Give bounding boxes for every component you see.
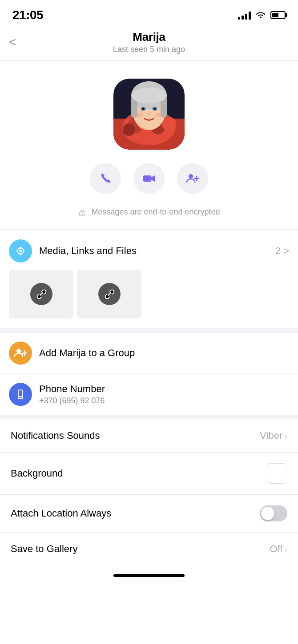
media-header[interactable]: Media, Links and Files 2 > [9, 230, 289, 270]
link-icon-2 [98, 283, 121, 305]
background-label: Background [11, 468, 63, 479]
lock-icon [78, 208, 87, 217]
add-group-content: Add Marija to a Group [39, 347, 289, 359]
status-bar: 21:05 [0, 0, 298, 27]
svg-point-28 [19, 250, 22, 252]
status-time: 21:05 [12, 8, 43, 22]
attach-location-label: Attach Location Always [11, 508, 111, 519]
notifications-sounds-text: Viber [260, 430, 282, 441]
signal-icon [238, 11, 251, 20]
svg-point-20 [155, 113, 162, 117]
media-thumb-1[interactable] [9, 270, 73, 318]
header-center: Marija Last seen 5 min ago [113, 30, 185, 54]
svg-point-16 [142, 107, 145, 110]
back-button[interactable]: < [9, 35, 16, 49]
notifications-sounds-chevron: › [284, 431, 287, 441]
avatar [113, 79, 185, 150]
encryption-note: Messages are end-to-end encrypted [78, 207, 220, 217]
background-preview [267, 463, 287, 484]
phone-device-icon [14, 388, 27, 401]
svg-rect-21 [143, 175, 151, 182]
wifi-icon [255, 10, 266, 20]
toggle-knob [261, 507, 274, 520]
phone-title: Phone Number [39, 383, 289, 395]
contact-name: Marija [113, 30, 185, 44]
status-icons [238, 10, 286, 20]
svg-rect-38 [19, 390, 22, 396]
media-count: 2 [275, 245, 281, 257]
chain-icon-2 [103, 288, 116, 300]
svg-point-33 [16, 349, 21, 353]
chain-icon [35, 288, 48, 300]
last-seen-status: Last seen 5 min ago [113, 45, 185, 54]
svg-rect-32 [20, 253, 21, 255]
svg-rect-29 [16, 250, 18, 252]
media-icon [9, 239, 32, 262]
media-thumbnails [9, 270, 289, 328]
phone-content: Phone Number +370 (695) 92 076 [39, 383, 289, 405]
svg-point-18 [147, 113, 151, 115]
save-to-gallery-row[interactable]: Save to Gallery Off › [0, 533, 298, 565]
attach-location-row: Attach Location Always [0, 495, 298, 533]
contact-header: < Marija Last seen 5 min ago [0, 27, 298, 61]
save-to-gallery-chevron: › [284, 544, 287, 554]
svg-point-17 [153, 107, 156, 110]
phone-number-row[interactable]: Phone Number +370 (695) 92 076 [0, 374, 298, 415]
add-group-icon [14, 346, 27, 360]
notifications-sounds-row[interactable]: Notifications Sounds Viber › [0, 419, 298, 453]
encryption-text: Messages are end-to-end encrypted [91, 207, 220, 217]
background-row[interactable]: Background [0, 453, 298, 495]
voice-call-button[interactable] [90, 163, 121, 194]
save-to-gallery-text: Off [270, 543, 282, 555]
svg-point-26 [82, 213, 83, 215]
photos-icon [14, 244, 27, 258]
attach-location-toggle[interactable] [260, 505, 287, 521]
svg-point-19 [136, 113, 143, 117]
svg-point-13 [131, 87, 167, 103]
media-thumb-2[interactable] [77, 270, 141, 318]
video-call-button[interactable] [133, 163, 165, 194]
action-buttons [90, 163, 208, 194]
link-icon-1 [30, 283, 52, 305]
profile-section: Messages are end-to-end encrypted [0, 61, 298, 229]
svg-rect-30 [23, 250, 24, 252]
add-to-group-row[interactable]: Add Marija to a Group [0, 333, 298, 374]
svg-point-22 [189, 174, 193, 179]
add-to-group-button[interactable] [177, 163, 208, 194]
svg-rect-31 [20, 247, 21, 249]
home-bar [113, 574, 185, 577]
svg-point-8 [123, 123, 135, 136]
media-section: Media, Links and Files 2 > [0, 230, 298, 328]
avatar-image [113, 79, 185, 150]
notifications-sounds-label: Notifications Sounds [11, 430, 100, 441]
add-group-title: Add Marija to a Group [39, 347, 289, 359]
phone-number: +370 (695) 92 076 [39, 396, 289, 405]
save-to-gallery-label: Save to Gallery [11, 543, 77, 555]
home-indicator [0, 565, 298, 581]
svg-rect-37 [19, 397, 22, 398]
save-to-gallery-value: Off › [270, 543, 287, 555]
battery-icon [270, 11, 286, 19]
add-group-icon-circle [9, 342, 32, 365]
phone-icon-circle [9, 383, 32, 406]
notifications-sounds-value: Viber › [260, 430, 287, 441]
settings-section: Notifications Sounds Viber › Background … [0, 419, 298, 565]
media-label: Media, Links and Files [39, 245, 268, 257]
list-section: Add Marija to a Group Phone Number +370 … [0, 333, 298, 415]
media-chevron: > [283, 245, 289, 257]
media-count-chevron: 2 > [275, 245, 289, 257]
